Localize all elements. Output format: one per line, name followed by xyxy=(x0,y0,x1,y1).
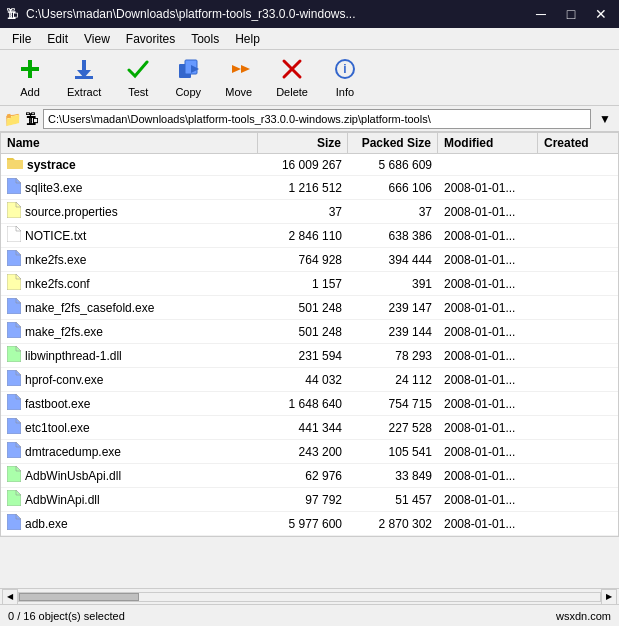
file-name-text: systrace xyxy=(27,158,76,172)
toolbar-extract-label: Extract xyxy=(67,86,101,98)
file-name-cell: mke2fs.exe xyxy=(1,248,258,271)
table-row[interactable]: etc1tool.exe441 344227 5282008-01-01... xyxy=(1,416,618,440)
file-icon xyxy=(7,346,21,365)
menu-item-view[interactable]: View xyxy=(76,30,118,48)
file-created-cell xyxy=(538,296,618,319)
file-created-cell xyxy=(538,392,618,415)
table-row[interactable]: NOTICE.txt2 846 110638 3862008-01-01... xyxy=(1,224,618,248)
file-name-text: dmtracedump.exe xyxy=(25,445,121,459)
toolbar-copy-button[interactable]: Copy xyxy=(164,54,212,102)
toolbar-delete-button[interactable]: Delete xyxy=(265,54,319,102)
scrollbar-thumb[interactable] xyxy=(19,593,139,601)
file-icon xyxy=(7,514,21,533)
table-row[interactable]: systrace16 009 2675 686 609 xyxy=(1,154,618,176)
file-name-cell: hprof-conv.exe xyxy=(1,368,258,391)
header-size[interactable]: Size xyxy=(258,133,348,153)
toolbar-copy-label: Copy xyxy=(175,86,201,98)
file-packed-size-cell: 239 147 xyxy=(348,296,438,319)
file-icon xyxy=(7,202,21,221)
horizontal-scrollbar[interactable]: ◀ ▶ xyxy=(0,588,619,604)
file-icon xyxy=(7,490,21,509)
menu-item-help[interactable]: Help xyxy=(227,30,268,48)
file-created-cell xyxy=(538,440,618,463)
file-modified-cell: 2008-01-01... xyxy=(438,488,538,511)
file-packed-size-cell: 227 528 xyxy=(348,416,438,439)
copy-icon xyxy=(177,58,199,84)
menu-item-edit[interactable]: Edit xyxy=(39,30,76,48)
file-packed-size-cell: 105 541 xyxy=(348,440,438,463)
file-name-cell: systrace xyxy=(1,154,258,175)
menu-item-tools[interactable]: Tools xyxy=(183,30,227,48)
svg-rect-1 xyxy=(21,67,39,71)
minimize-button[interactable]: ─ xyxy=(527,0,555,28)
table-row[interactable]: source.properties37372008-01-01... xyxy=(1,200,618,224)
file-packed-size-cell: 239 144 xyxy=(348,320,438,343)
file-list-area: Name Size Packed Size Modified Created s… xyxy=(0,132,619,604)
file-name-text: make_f2fs.exe xyxy=(25,325,103,339)
file-name-text: hprof-conv.exe xyxy=(25,373,104,387)
file-name-text: make_f2fs_casefold.exe xyxy=(25,301,154,315)
file-size-cell: 5 977 600 xyxy=(258,512,348,535)
toolbar-add-button[interactable]: Add xyxy=(6,54,54,102)
file-icon xyxy=(7,178,21,197)
toolbar-extract-button[interactable]: Extract xyxy=(56,54,112,102)
file-icon xyxy=(7,274,21,293)
file-list-scroll[interactable]: Name Size Packed Size Modified Created s… xyxy=(0,132,619,588)
file-list-header: Name Size Packed Size Modified Created xyxy=(1,133,618,154)
table-row[interactable]: hprof-conv.exe44 03224 1122008-01-01... xyxy=(1,368,618,392)
file-packed-size-cell: 2 870 302 xyxy=(348,512,438,535)
toolbar-test-label: Test xyxy=(128,86,148,98)
file-created-cell xyxy=(538,154,618,175)
table-row[interactable]: make_f2fs.exe501 248239 1442008-01-01... xyxy=(1,320,618,344)
svg-marker-9 xyxy=(241,65,250,73)
file-modified-cell: 2008-01-01... xyxy=(438,416,538,439)
close-button[interactable]: ✕ xyxy=(587,0,615,28)
file-created-cell xyxy=(538,200,618,223)
file-size-cell: 1 648 640 xyxy=(258,392,348,415)
toolbar-add-label: Add xyxy=(20,86,40,98)
table-row[interactable]: fastboot.exe1 648 640754 7152008-01-01..… xyxy=(1,392,618,416)
file-modified-cell: 2008-01-01... xyxy=(438,344,538,367)
scroll-right-button[interactable]: ▶ xyxy=(601,589,617,605)
file-size-cell: 37 xyxy=(258,200,348,223)
file-name-cell: NOTICE.txt xyxy=(1,224,258,247)
file-packed-size-cell: 754 715 xyxy=(348,392,438,415)
file-size-cell: 97 792 xyxy=(258,488,348,511)
table-row[interactable]: AdbWinUsbApi.dll62 97633 8492008-01-01..… xyxy=(1,464,618,488)
file-modified-cell: 2008-01-01... xyxy=(438,176,538,199)
file-modified-cell: 2008-01-01... xyxy=(438,512,538,535)
file-size-cell: 764 928 xyxy=(258,248,348,271)
file-name-text: mke2fs.conf xyxy=(25,277,90,291)
table-row[interactable]: adb.exe5 977 6002 870 3022008-01-01... xyxy=(1,512,618,536)
table-row[interactable]: mke2fs.exe764 928394 4442008-01-01... xyxy=(1,248,618,272)
header-modified[interactable]: Modified xyxy=(438,133,538,153)
toolbar-move-button[interactable]: Move xyxy=(214,54,263,102)
address-folder-icon: 📁 xyxy=(4,111,21,127)
menu-item-file[interactable]: File xyxy=(4,30,39,48)
file-icon xyxy=(7,298,21,317)
file-name-cell: make_f2fs.exe xyxy=(1,320,258,343)
maximize-button[interactable]: □ xyxy=(557,0,585,28)
header-packed-size[interactable]: Packed Size xyxy=(348,133,438,153)
file-rows: systrace16 009 2675 686 609sqlite3.exe1 … xyxy=(1,154,618,536)
menu-item-favorites[interactable]: Favorites xyxy=(118,30,183,48)
file-name-cell: etc1tool.exe xyxy=(1,416,258,439)
file-size-cell: 243 200 xyxy=(258,440,348,463)
address-bar: 📁 🗜 ▼ xyxy=(0,106,619,132)
file-name-cell: source.properties xyxy=(1,200,258,223)
table-row[interactable]: libwinpthread-1.dll231 59478 2932008-01-… xyxy=(1,344,618,368)
file-size-cell: 2 846 110 xyxy=(258,224,348,247)
scroll-left-button[interactable]: ◀ xyxy=(2,589,18,605)
table-row[interactable]: make_f2fs_casefold.exe501 248239 1472008… xyxy=(1,296,618,320)
header-created[interactable]: Created xyxy=(538,133,618,153)
header-name[interactable]: Name xyxy=(1,133,258,153)
address-dropdown-button[interactable]: ▼ xyxy=(595,110,615,128)
file-created-cell xyxy=(538,320,618,343)
toolbar-info-button[interactable]: iInfo xyxy=(321,54,369,102)
table-row[interactable]: dmtracedump.exe243 200105 5412008-01-01.… xyxy=(1,440,618,464)
table-row[interactable]: sqlite3.exe1 216 512666 1062008-01-01... xyxy=(1,176,618,200)
table-row[interactable]: AdbWinApi.dll97 79251 4572008-01-01... xyxy=(1,488,618,512)
address-input[interactable] xyxy=(43,109,591,129)
toolbar-test-button[interactable]: Test xyxy=(114,54,162,102)
table-row[interactable]: mke2fs.conf1 1573912008-01-01... xyxy=(1,272,618,296)
